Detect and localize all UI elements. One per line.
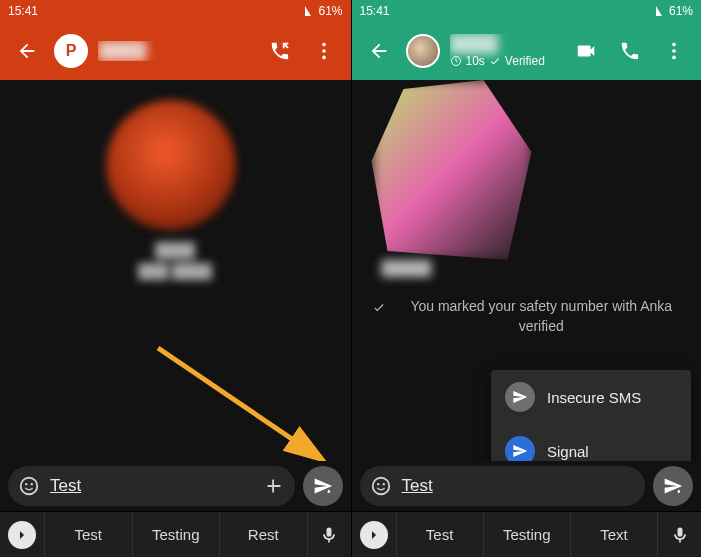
message-input-bar: Test <box>0 461 351 511</box>
send-method-menu: Insecure SMS Signal <box>491 370 691 461</box>
attach-icon[interactable] <box>263 475 285 497</box>
verified-label: Verified <box>505 54 545 68</box>
chat-content: █████ You marked your safety number with… <box>352 80 702 461</box>
svg-point-0 <box>322 43 326 47</box>
emoji-icon[interactable] <box>18 475 40 497</box>
svg-point-12 <box>377 483 379 485</box>
contact-info-blur: ███████ ████ <box>100 240 250 282</box>
status-bar: 15:41 61% <box>352 0 702 22</box>
voice-input-button[interactable] <box>657 512 701 557</box>
message-input[interactable]: Test <box>8 466 295 506</box>
svg-point-4 <box>25 483 27 485</box>
call-button[interactable] <box>613 34 647 68</box>
contact-avatar-large <box>372 80 532 260</box>
message-text: Test <box>50 476 253 496</box>
svg-point-2 <box>322 56 326 60</box>
message-input-bar: Test <box>352 461 702 511</box>
clock: 15:41 <box>8 4 38 18</box>
back-button[interactable] <box>10 34 44 68</box>
contact-info-blur: █████ <box>382 260 462 276</box>
suggestion-2[interactable]: Testing <box>483 512 570 557</box>
header-subtitle: 10s Verified <box>450 54 560 68</box>
more-button[interactable] <box>657 34 691 68</box>
menu-insecure-sms[interactable]: Insecure SMS <box>491 370 691 424</box>
status-icons: 61% <box>653 4 693 18</box>
svg-point-11 <box>372 478 389 495</box>
message-input[interactable]: Test <box>360 466 646 506</box>
keyboard-suggestion-row: Test Testing Text <box>352 511 702 557</box>
svg-point-5 <box>31 483 33 485</box>
chat-header: ████ 10s Verified <box>352 22 702 80</box>
expand-button[interactable] <box>352 512 396 557</box>
safety-number-message: You marked your safety number with Anka … <box>372 297 692 336</box>
send-icon <box>505 436 535 461</box>
svg-point-1 <box>322 49 326 53</box>
contact-avatar-large <box>106 100 236 230</box>
svg-point-10 <box>672 56 676 60</box>
emoji-icon[interactable] <box>370 475 392 497</box>
svg-point-8 <box>672 43 676 47</box>
contact-name[interactable]: ████ <box>450 34 560 54</box>
send-icon <box>505 382 535 412</box>
chat-header: P ████ <box>0 22 351 80</box>
send-button[interactable] <box>653 466 693 506</box>
suggestion-3[interactable]: Rest <box>219 512 307 557</box>
voice-input-button[interactable] <box>307 512 351 557</box>
status-bar: 15:41 61% <box>0 0 351 22</box>
send-button[interactable] <box>303 466 343 506</box>
keyboard-suggestion-row: Test Testing Rest <box>0 511 351 557</box>
back-button[interactable] <box>362 34 396 68</box>
message-text: Test <box>402 476 636 496</box>
disappearing-timer: 10s <box>466 54 485 68</box>
call-button[interactable] <box>263 34 297 68</box>
svg-point-9 <box>672 49 676 53</box>
avatar[interactable]: P <box>54 34 88 68</box>
chat-content: ███████ ████ <box>0 80 351 461</box>
video-call-button[interactable] <box>569 34 603 68</box>
suggestion-2[interactable]: Testing <box>132 512 220 557</box>
menu-signal[interactable]: Signal <box>491 424 691 461</box>
more-button[interactable] <box>307 34 341 68</box>
suggestion-3[interactable]: Text <box>570 512 657 557</box>
annotation-arrow <box>150 340 340 461</box>
clock: 15:41 <box>360 4 390 18</box>
suggestion-1[interactable]: Test <box>44 512 132 557</box>
status-icons: 61% <box>302 4 342 18</box>
contact-name[interactable]: ████ <box>98 41 253 61</box>
svg-point-3 <box>21 478 38 495</box>
suggestion-1[interactable]: Test <box>396 512 483 557</box>
svg-point-13 <box>382 483 384 485</box>
expand-button[interactable] <box>0 512 44 557</box>
avatar[interactable] <box>406 34 440 68</box>
